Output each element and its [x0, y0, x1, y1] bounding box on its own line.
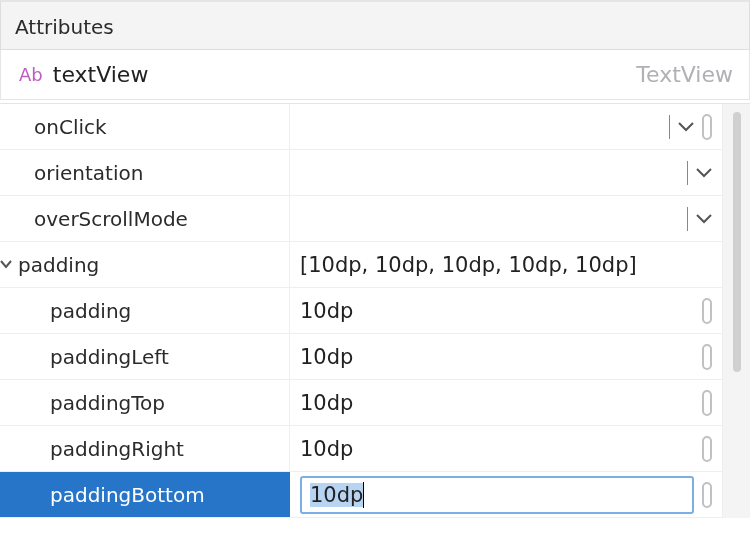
row-paddingRight[interactable]: paddingRight 10dp — [0, 426, 722, 472]
chevron-down-icon[interactable] — [696, 214, 712, 224]
row-value[interactable]: 10dp — [290, 288, 722, 333]
separator — [687, 207, 688, 231]
component-type: TextView — [636, 62, 733, 87]
row-value[interactable] — [290, 104, 722, 149]
row-label: paddingTop — [0, 380, 290, 425]
component-id-bar[interactable]: Ab textView TextView — [0, 50, 750, 100]
scrollbar-thumb[interactable] — [733, 112, 741, 372]
row-value[interactable] — [290, 196, 722, 241]
row-label: orientation — [0, 150, 290, 195]
row-label[interactable]: padding — [0, 242, 290, 287]
row-onClick[interactable]: onClick — [0, 104, 722, 150]
row-paddingLeft[interactable]: paddingLeft 10dp — [0, 334, 722, 380]
value-input[interactable]: 10dp — [300, 476, 694, 514]
row-value[interactable]: 10dp — [290, 426, 722, 471]
reference-picker-icon[interactable] — [702, 436, 712, 462]
row-paddingBottom[interactable]: paddingBottom 10dp — [0, 472, 722, 518]
attributes-table: onClick orientation — [0, 104, 722, 518]
panel-title: Attributes — [0, 0, 750, 50]
row-label: padding — [0, 288, 290, 333]
reference-picker-icon[interactable] — [702, 482, 712, 508]
reference-picker-icon[interactable] — [702, 298, 712, 324]
row-value: [10dp, 10dp, 10dp, 10dp, 10dp] — [290, 242, 722, 287]
row-label: paddingRight — [0, 426, 290, 471]
row-label: onClick — [0, 104, 290, 149]
row-value[interactable]: 10dp — [290, 334, 722, 379]
row-value[interactable]: 10dp — [290, 472, 722, 517]
row-label: overScrollMode — [0, 196, 290, 241]
row-value[interactable]: 10dp — [290, 380, 722, 425]
row-value[interactable] — [290, 150, 722, 195]
chevron-down-icon[interactable] — [696, 168, 712, 178]
row-padding-group[interactable]: padding [10dp, 10dp, 10dp, 10dp, 10dp] — [0, 242, 722, 288]
reference-picker-icon[interactable] — [702, 344, 712, 370]
separator — [669, 115, 670, 139]
row-orientation[interactable]: orientation — [0, 150, 722, 196]
row-paddingTop[interactable]: paddingTop 10dp — [0, 380, 722, 426]
text-component-icon: Ab — [19, 64, 43, 85]
vertical-scrollbar[interactable] — [722, 104, 750, 518]
row-label: paddingLeft — [0, 334, 290, 379]
row-padding[interactable]: padding 10dp — [0, 288, 722, 334]
row-label: paddingBottom — [0, 472, 290, 517]
reference-picker-icon[interactable] — [702, 390, 712, 416]
component-id: textView — [53, 62, 149, 87]
expand-collapse-icon[interactable] — [0, 256, 16, 274]
reference-picker-icon[interactable] — [702, 114, 712, 140]
row-overScrollMode[interactable]: overScrollMode — [0, 196, 722, 242]
separator — [687, 161, 688, 185]
chevron-down-icon[interactable] — [678, 122, 694, 132]
